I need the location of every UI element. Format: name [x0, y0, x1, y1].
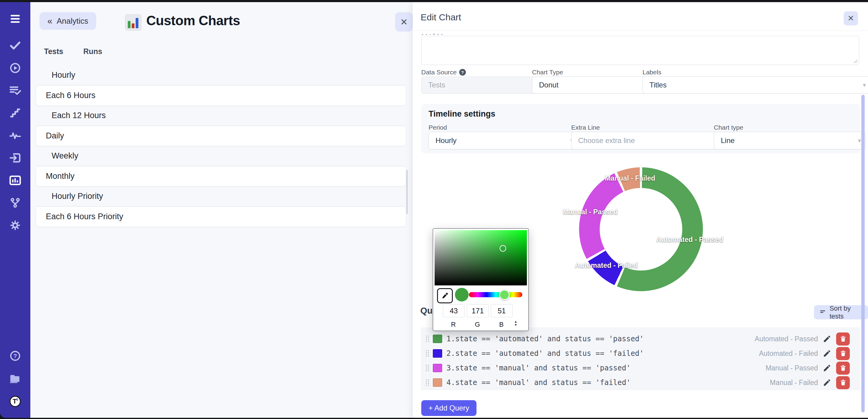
app-logo[interactable]: T — [9, 396, 21, 407]
tabs: Tests Runs — [44, 47, 102, 56]
bottom-edge — [0, 418, 868, 419]
edit-pencil-icon[interactable] — [823, 364, 831, 372]
query-color-swatch[interactable] — [433, 364, 442, 372]
list-item[interactable]: Each 6 Hours Priority — [36, 206, 406, 227]
query-code: 4.state == 'manual' and status == 'faile… — [446, 378, 631, 387]
back-chevron-icon: « — [48, 16, 53, 26]
tab-tests[interactable]: Tests — [44, 47, 63, 56]
resize-handle-icon[interactable] — [853, 59, 858, 63]
query-color-swatch[interactable] — [433, 378, 442, 387]
edit-pencil-icon[interactable] — [823, 335, 831, 343]
edit-pencil-icon[interactable] — [823, 349, 831, 358]
add-query-button[interactable]: + Add Query — [421, 400, 476, 416]
list-item[interactable]: Daily — [36, 126, 406, 146]
saturation-marker[interactable] — [500, 245, 506, 252]
green-input[interactable]: 171 — [467, 304, 489, 317]
timeline-settings-heading: Timeline settings — [429, 109, 495, 119]
drag-handle-icon[interactable] — [426, 335, 430, 343]
header-divider — [413, 31, 868, 31]
branches-icon[interactable] — [9, 197, 21, 209]
import-login-icon[interactable] — [9, 152, 21, 163]
extra-line-select[interactable]: Choose extra line ▾ — [571, 132, 723, 149]
projects-folder-icon[interactable] — [9, 373, 21, 384]
delete-query-button[interactable] — [836, 362, 850, 375]
timeline-chart-type-select[interactable]: Line ▾ — [714, 132, 866, 149]
query-row: 1.state == 'automated' and status == 'pa… — [421, 332, 860, 346]
close-edit-chart-button[interactable]: ✕ — [844, 11, 858, 26]
query-color-swatch[interactable] — [433, 335, 442, 343]
query-row: 4.state == 'manual' and status == 'faile… — [421, 375, 860, 390]
menu-icon[interactable] — [9, 13, 21, 25]
back-to-analytics-button[interactable]: « Analytics — [39, 12, 96, 30]
runs-play-icon[interactable] — [9, 62, 21, 74]
donut-segment-label: Automated - Passed — [656, 236, 723, 244]
steps-icon[interactable] — [9, 107, 21, 119]
period-label: Period — [429, 124, 447, 131]
labels-label: Labels — [643, 69, 661, 76]
settings-gear-icon[interactable] — [9, 219, 21, 231]
list-item[interactable]: Hourly — [36, 65, 405, 85]
help-icon[interactable]: ? — [9, 350, 21, 362]
color-mode-toggle[interactable]: ▴▾ — [515, 320, 517, 326]
donut-segment-label: Manual - Passed — [563, 208, 618, 216]
tab-runs[interactable]: Runs — [83, 47, 102, 56]
delete-query-button[interactable] — [836, 332, 850, 346]
drag-handle-icon[interactable] — [426, 379, 430, 387]
page-title: Custom Charts — [146, 13, 240, 28]
drag-handle-icon[interactable] — [426, 364, 430, 372]
donut-chart — [579, 167, 703, 291]
list-item[interactable]: Each 6 Hours — [36, 85, 406, 106]
trash-icon — [840, 365, 846, 371]
blue-input[interactable]: 51 — [491, 304, 513, 317]
chart-list: Hourly Each 6 Hours Each 12 Hours Daily … — [30, 65, 409, 227]
donut-segment-label: Automated - Failed — [575, 262, 638, 270]
eyedropper-button[interactable] — [437, 288, 453, 303]
list-item[interactable]: Each 12 Hours — [36, 106, 405, 126]
list-item[interactable]: Hourly Priority — [36, 186, 405, 206]
svg-text:?: ? — [13, 353, 17, 359]
list-item[interactable]: Weekly — [36, 146, 405, 166]
close-icon: ✕ — [400, 17, 408, 27]
close-panel-button[interactable]: ✕ — [395, 12, 413, 32]
list-scrollbar[interactable] — [406, 170, 408, 214]
help-icon[interactable]: ? — [459, 69, 466, 76]
query-code: 1.state == 'automated' and status == 'pa… — [446, 335, 644, 343]
blue-label: B — [491, 321, 512, 329]
saturation-field[interactable] — [435, 230, 527, 286]
list-item[interactable]: Monthly — [36, 166, 406, 186]
test-plans-icon[interactable] — [9, 85, 21, 96]
extra-line-label: Extra Line — [571, 124, 600, 131]
sort-by-tests-button[interactable]: Sort by tests — [814, 305, 868, 320]
svg-text:T: T — [13, 397, 17, 405]
edit-panel-scrollbar[interactable] — [861, 95, 865, 412]
delete-query-button[interactable] — [836, 376, 850, 389]
period-select[interactable]: Hourly ▾ — [429, 132, 578, 149]
red-label: R — [443, 321, 464, 329]
green-label: G — [467, 321, 488, 329]
hue-slider-thumb[interactable] — [499, 289, 510, 300]
query-code: 3.state == 'manual' and status == 'passe… — [446, 364, 631, 372]
chart-type-select[interactable]: Donut ▾ — [532, 77, 652, 93]
labels-select[interactable]: Titles ▾ — [643, 77, 868, 93]
timeline-settings-section: Timeline settings Period Hourly ▾ Extra … — [421, 104, 860, 153]
drag-handle-icon[interactable] — [426, 350, 430, 357]
chevron-down-icon: ▾ — [858, 137, 861, 144]
red-input[interactable]: 43 — [443, 304, 465, 317]
edit-pencil-icon[interactable] — [823, 378, 831, 387]
eyedropper-icon — [441, 292, 448, 299]
tests-check-icon[interactable] — [9, 40, 21, 51]
query-title: Automated - Failed — [759, 350, 818, 358]
chart-type-label: Chart Type — [532, 69, 563, 76]
data-source-select[interactable]: Tests ▾ — [421, 77, 541, 93]
query-color-swatch[interactable] — [433, 349, 442, 358]
donut-hole — [600, 188, 682, 271]
query-title: Manual - Failed — [770, 379, 818, 387]
delete-query-button[interactable] — [836, 347, 850, 360]
current-color-swatch — [455, 288, 469, 301]
donut-segment-label: Manual - Failed — [605, 174, 655, 182]
hue-slider[interactable] — [469, 292, 522, 297]
query-row: 3.state == 'manual' and status == 'passe… — [421, 361, 860, 375]
analytics-chart-icon-active[interactable] — [9, 175, 21, 186]
description-textarea[interactable] — [421, 36, 859, 65]
pulse-icon[interactable] — [9, 130, 21, 141]
